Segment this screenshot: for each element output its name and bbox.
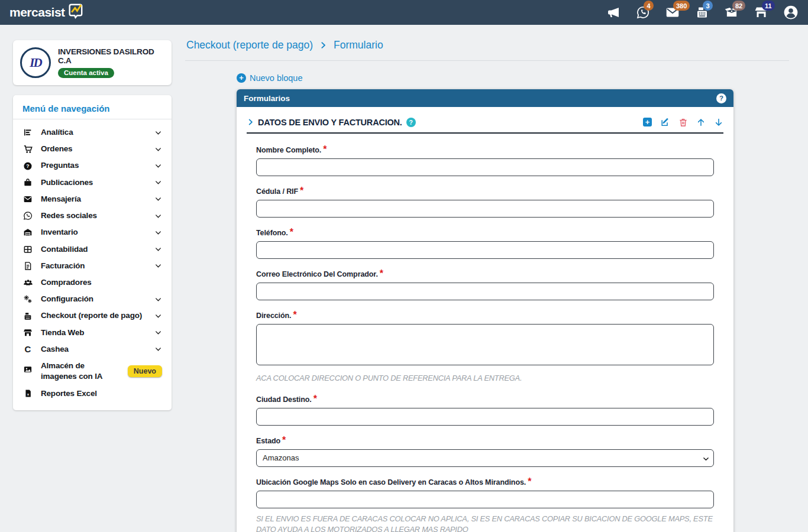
sidebar-item-contabilidad[interactable]: Contabilidad	[13, 241, 172, 258]
help-icon[interactable]: ?	[716, 93, 726, 103]
mail-icon[interactable]: 380	[665, 5, 680, 20]
new-block-button[interactable]: + Nuevo bloque	[237, 73, 733, 83]
svg-text:?: ?	[26, 163, 29, 169]
sidebar-item-checkout[interactable]: Checkout (reporte de pago)	[13, 307, 172, 324]
required-asterisk: *	[282, 435, 286, 445]
company-card: ID INVERSIONES DASILROD C.A Cuenta activ…	[13, 40, 172, 85]
sidebar-item-facturacion[interactable]: Facturación	[13, 258, 172, 274]
chevron-down-icon	[154, 329, 162, 336]
required-asterisk: *	[528, 476, 531, 486]
menu-title: Menú de navegación	[13, 102, 172, 119]
correo-input[interactable]	[256, 283, 714, 300]
required-asterisk: *	[300, 186, 303, 196]
package-box-badge: 82	[732, 1, 745, 11]
estado-select[interactable]: Amazonas	[256, 449, 714, 467]
gears-icon	[22, 294, 33, 304]
sidebar-item-inventario[interactable]: Inventario	[13, 224, 172, 241]
required-asterisk: *	[293, 310, 296, 320]
field-label: Estado	[256, 437, 280, 445]
field-correo: Correo Electrónico Del Comprador.*	[256, 268, 714, 300]
sidebar-item-configuracion[interactable]: Configuración	[13, 291, 172, 307]
field-helper-text: ACA COLOCAR DIRECCION O PUNTO DE REFEREN…	[256, 373, 714, 384]
store-icon[interactable]: 11	[754, 5, 769, 20]
chevron-down-icon	[154, 345, 162, 353]
megaphone-icon[interactable]	[606, 5, 621, 20]
breadcrumb: Checkout (reporte de pago) Formulario	[185, 35, 789, 61]
field-estado: Estado* Amazonas	[256, 435, 714, 467]
ubicacion-maps-input[interactable]	[256, 491, 714, 508]
sidebar-item-label: Contabilidad	[41, 244, 88, 255]
sidebar-item-almacen-imagenes[interactable]: Almacén de imagenes con IA Nuevo	[13, 358, 172, 385]
ciudad-destino-input[interactable]	[256, 408, 714, 426]
new-block-label: Nuevo bloque	[250, 73, 303, 83]
field-cedula-rif: Cédula / RIF*	[256, 186, 714, 218]
section-title: DATOS DE ENVIO Y FACTURACION.	[258, 118, 402, 127]
cash-register-icon	[22, 311, 33, 322]
sidebar-item-compradores[interactable]: Compradores	[13, 274, 172, 291]
chevron-down-icon	[154, 145, 162, 153]
whatsapp-icon	[22, 210, 33, 221]
main-content: Checkout (reporte de pago) Formulario + …	[185, 35, 789, 532]
move-up-icon[interactable]	[696, 118, 706, 127]
sidebar-item-reportes-excel[interactable]: x Reportes Excel	[13, 385, 172, 402]
status-badge: Cuenta activa	[58, 68, 114, 78]
move-down-icon[interactable]	[714, 118, 723, 127]
sidebar-item-analitica[interactable]: Analítica	[13, 124, 172, 141]
cash-register-badge: 3	[703, 1, 713, 11]
field-label: Dirección.	[256, 312, 291, 320]
sidebar-item-mensajeria[interactable]: Mensajería	[13, 191, 172, 207]
form-fields: Nombre Completo.* Cédula / RIF* Teléfono…	[247, 134, 723, 532]
nombre-completo-input[interactable]	[256, 158, 714, 176]
section-actions: +	[643, 117, 723, 127]
edit-icon[interactable]	[660, 117, 670, 127]
question-circle-icon: ?	[22, 161, 33, 171]
field-nombre-completo: Nombre Completo.*	[256, 144, 714, 176]
sidebar-item-label: Compradores	[41, 277, 92, 288]
field-label: Correo Electrónico Del Comprador.	[256, 270, 378, 278]
add-field-button[interactable]: +	[643, 118, 652, 126]
field-label: Ubicación Google Maps Solo en caso Deliv…	[256, 478, 526, 486]
telefono-input[interactable]	[256, 241, 714, 259]
delete-icon[interactable]	[678, 118, 688, 127]
warehouse-icon	[22, 227, 33, 238]
direccion-textarea[interactable]	[256, 324, 714, 365]
field-helper-text: SI EL ENVIO ES FUERA DE CARACAS COLOCAR …	[256, 514, 714, 532]
letter-c-icon: C	[22, 344, 33, 355]
required-asterisk: *	[290, 227, 293, 237]
brand-name: mercasist	[9, 5, 65, 20]
chevron-down-icon	[154, 262, 162, 270]
whatsapp-icon[interactable]: 4	[635, 5, 651, 20]
analytics-icon	[22, 127, 33, 138]
section-header: DATOS DE ENVIO Y FACTURACION. ? +	[247, 117, 723, 127]
users-icon	[22, 277, 33, 288]
sidebar-item-label: Tienda Web	[41, 327, 84, 338]
forms-panel: Formularios ? DATOS DE ENVIO Y FACTURACI…	[237, 89, 733, 532]
brand-logo-icon	[66, 0, 86, 23]
nuevo-badge: Nuevo	[128, 365, 162, 377]
user-avatar[interactable]	[783, 5, 799, 20]
brand-logo[interactable]: mercasist	[9, 2, 86, 23]
chevron-right-icon[interactable]	[247, 118, 254, 126]
required-asterisk: *	[323, 144, 327, 154]
breadcrumb-parent[interactable]: Checkout (reporte de pago)	[186, 39, 313, 51]
whatsapp-badge: 4	[644, 1, 654, 11]
sidebar-item-ordenes[interactable]: Ordenes	[13, 141, 172, 157]
sidebar-item-preguntas[interactable]: ? Preguntas	[13, 157, 172, 174]
sidebar-item-label: Cashea	[41, 344, 69, 355]
top-navbar: mercasist 4 380 3 82 11	[0, 0, 808, 25]
section-help-icon[interactable]: ?	[406, 118, 416, 127]
sidebar-item-publicaciones[interactable]: Publicaciones	[13, 174, 172, 191]
sidebar-item-cashea[interactable]: C Cashea	[13, 341, 172, 358]
required-asterisk: *	[313, 394, 317, 404]
cedula-rif-input[interactable]	[256, 200, 714, 218]
mail-icon	[22, 194, 33, 205]
excel-file-icon: x	[22, 388, 33, 399]
package-box-icon[interactable]: 82	[724, 5, 739, 20]
field-ciudad-destino: Ciudad Destino.*	[256, 394, 714, 426]
navigation-menu: Menú de navegación Analítica Ordenes ? P…	[13, 95, 172, 410]
sidebar-item-tienda-web[interactable]: Tienda Web	[13, 325, 172, 341]
sidebar-item-redes-sociales[interactable]: Redes sociales	[13, 207, 172, 224]
sidebar-item-label: Ordenes	[41, 144, 72, 154]
chevron-down-icon	[154, 179, 162, 186]
cash-register-icon[interactable]: 3	[694, 5, 710, 20]
